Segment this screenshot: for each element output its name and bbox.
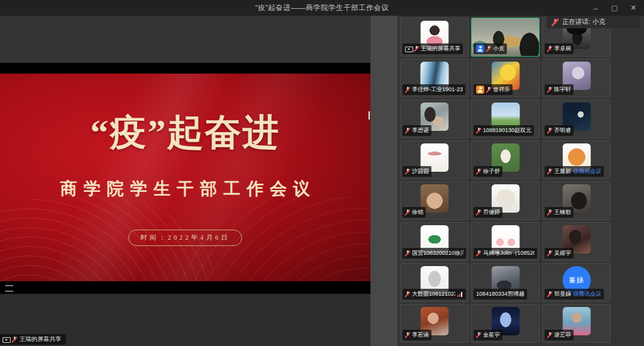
participant-namebar: 乔俪婷 — [474, 207, 502, 218]
muted-mic-icon — [405, 291, 410, 298]
muted-mic-icon — [547, 46, 552, 52]
participant-tile[interactable]: 金星宇 — [471, 304, 540, 343]
title-bar: “疫”起奋进——商学院学生干部工作会议 – ▢ ✕ — [0, 0, 644, 16]
avatar-initials: 蔓娣 — [569, 276, 584, 285]
participant-tile[interactable]: 凌艺菲 — [542, 304, 611, 343]
participant-tile[interactable]: 蔓娣 郑蔓娣 @腾讯会议 — [542, 263, 611, 302]
muted-mic-icon — [476, 209, 481, 216]
participant-tile[interactable]: 乔俪婷 — [471, 181, 540, 220]
muted-mic-icon — [486, 46, 491, 52]
participant-tile[interactable]: 小克 — [471, 18, 540, 57]
muted-mic-icon — [547, 291, 552, 298]
participant-name: 国贸1083200210徐洋... — [412, 249, 464, 257]
participant-namebar: 王瑞的屏幕共享 — [402, 43, 463, 54]
participant-tile[interactable]: 王瑞的屏幕共享 — [400, 18, 469, 57]
slide-title: “疫”起奋进 — [0, 108, 370, 157]
participant-name: 吴婧宇 — [554, 249, 571, 257]
participant-tile[interactable]: 大数据108121023... — [400, 263, 469, 302]
muted-mic-icon — [414, 46, 419, 52]
screen-share-icon — [405, 46, 412, 52]
participant-name-suffix: @腾讯会议 — [573, 290, 601, 298]
close-button[interactable]: ✕ — [624, 0, 643, 16]
participant-tile[interactable]: 徐铭 — [400, 181, 469, 220]
participant-namebar: 大数据108121023... — [402, 289, 466, 299]
participant-tile[interactable]: 李若涵 — [400, 304, 469, 343]
participant-namebar: 马婵琳Jolin（108520... — [474, 248, 537, 259]
participant-name: 齐明睿 — [554, 126, 571, 135]
participant-name: 小克 — [493, 45, 504, 53]
speaking-banner: 正在讲话: 小克 — [547, 16, 640, 28]
muted-mic-icon — [476, 332, 481, 338]
muted-mic-icon — [405, 87, 410, 93]
muted-mic-icon — [486, 87, 491, 93]
participant-tile[interactable]: 徐子舒 — [471, 140, 540, 179]
participant-grid: 王瑞的屏幕共享 小克 李卓桐 — [400, 18, 611, 343]
participant-name: 王楠歌 — [554, 208, 571, 216]
participant-namebar: 凌艺菲 — [545, 330, 574, 340]
participant-name: 凌艺菲 — [554, 331, 571, 339]
muted-mic-icon — [547, 87, 552, 93]
participant-namebar: 吴婧宇 — [545, 248, 574, 259]
participant-tile[interactable]: 李佳烨-工业1901-23 — [400, 59, 469, 98]
muted-mic-icon — [476, 250, 481, 257]
participant-tile[interactable]: 陈宇轩 — [542, 59, 611, 98]
muted-mic-icon — [12, 337, 17, 343]
participant-namebar: 沙园园 — [402, 166, 431, 177]
participant-namebar: 国贸1083200210徐洋... — [402, 248, 466, 259]
muted-mic-icon — [547, 250, 552, 257]
participant-name: 郑蔓娣 — [554, 290, 571, 298]
ppt-toolbar-dash — [5, 291, 13, 292]
muted-mic-icon — [405, 332, 410, 338]
participant-name: 李若涵 — [412, 331, 429, 339]
muted-mic-icon — [547, 128, 552, 134]
slide-date-wrap: 时间：2022年4月6日 — [0, 230, 370, 246]
maximize-button[interactable]: ▢ — [605, 0, 624, 16]
participant-name: 曾祥乐 — [493, 86, 510, 94]
participant-namebar: 1084180334邢博越 — [474, 289, 527, 299]
muted-mic-icon — [547, 169, 552, 175]
participant-tile[interactable]: 1088190130赵双元 — [471, 99, 540, 138]
participant-tile[interactable]: 马婵琳Jolin（108520... — [471, 222, 540, 261]
participant-namebar: 陈宇轩 — [545, 84, 574, 95]
participant-tile[interactable]: 曾祥乐 — [471, 59, 540, 98]
muted-mic-icon — [476, 169, 481, 175]
participant-tile[interactable]: 齐明睿 — [542, 99, 611, 138]
minimize-button[interactable]: – — [586, 0, 605, 16]
participant-tile[interactable]: 王楠歌 — [542, 181, 611, 220]
pane-divider[interactable] — [370, 16, 397, 346]
speaking-label: 正在讲话: 小克 — [562, 18, 606, 26]
participant-name: 李卓桐 — [554, 45, 571, 53]
participant-name: 王瑞的屏幕共享 — [421, 45, 460, 53]
participant-grid-pane: 王瑞的屏幕共享 小克 李卓桐 — [397, 16, 644, 346]
participant-name: 乔俪婷 — [483, 208, 500, 216]
participant-tile[interactable]: 沙园园 — [400, 140, 469, 179]
participant-tile[interactable]: 王晨新 @腾讯会议 — [542, 140, 611, 179]
participant-name: 沙园园 — [412, 167, 429, 176]
muted-mic-icon — [405, 250, 410, 257]
ppt-toolbar-dash — [5, 285, 13, 286]
muted-mic-icon — [405, 128, 410, 134]
network-signal-icon — [457, 292, 464, 297]
screen-share-icon — [3, 337, 9, 343]
participant-tile[interactable]: 吴婧宇 — [542, 222, 611, 261]
participant-name: 李思诺 — [412, 126, 429, 135]
participant-name: 徐铭 — [412, 208, 423, 216]
participant-namebar: 李若涵 — [402, 330, 431, 340]
participant-name-suffix: @腾讯会议 — [573, 167, 601, 176]
participant-name: 王晨新 — [554, 167, 571, 176]
participant-tile[interactable]: 李思诺 — [400, 99, 469, 138]
participant-name: 金星宇 — [483, 331, 500, 339]
participant-namebar: 王晨新 @腾讯会议 — [545, 166, 604, 177]
shared-screen-pane: “疫”起奋进 商学院学生干部工作会议 时间：2022年4月6日 王瑞的屏幕共享 — [0, 16, 370, 346]
participant-name: 马婵琳Jolin（108520... — [483, 249, 535, 257]
participant-tile[interactable]: 1084180334邢博越 — [471, 263, 540, 302]
participant-namebar: 曾祥乐 — [474, 84, 513, 95]
participant-tile[interactable]: 国贸1083200210徐洋... — [400, 222, 469, 261]
window-title: “疫”起奋进——商学院学生干部工作会议 — [255, 3, 389, 13]
participant-namebar: 小克 — [474, 43, 507, 54]
speaking-mic-icon — [552, 18, 558, 26]
participant-name: 大数据108121023... — [412, 290, 455, 298]
presenter-name: 王瑞的屏幕共享 — [19, 335, 62, 343]
participant-namebar: 李佳烨-工业1901-23 — [402, 84, 465, 95]
participant-namebar: 徐子舒 — [474, 166, 502, 177]
